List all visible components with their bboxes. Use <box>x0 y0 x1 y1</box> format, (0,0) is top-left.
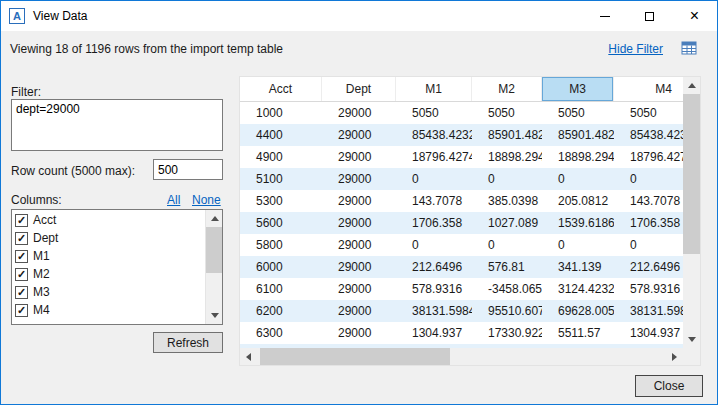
select-none-link[interactable]: None <box>192 193 221 207</box>
listbox-scroll-thumb[interactable] <box>206 227 222 273</box>
table-cell[interactable]: 205.0812 <box>542 194 614 208</box>
table-cell[interactable]: 5600 <box>240 216 322 230</box>
table-cell[interactable]: 212.6496 <box>614 260 683 274</box>
column-checkbox-item[interactable]: ✓M1 <box>12 247 205 265</box>
column-checkbox-item[interactable]: ✓Acct <box>12 211 205 229</box>
table-row[interactable]: 44002900085438.423285901.482885901.48288… <box>240 124 683 146</box>
table-cell[interactable]: 18796.4274 <box>614 150 683 164</box>
listbox-scroll-up-arrow[interactable] <box>206 210 223 227</box>
titlebar[interactable]: A View Data × <box>1 1 717 31</box>
table-cell[interactable]: 0 <box>542 238 614 252</box>
table-cell[interactable]: 18898.2948 <box>472 150 542 164</box>
table-cell[interactable]: 69628.005 <box>542 304 614 318</box>
table-row[interactable]: 5600290001706.3581027.0891539.61861706.3… <box>240 212 683 234</box>
table-cell[interactable]: 85901.4828 <box>472 128 542 142</box>
column-checkbox-item[interactable]: ✓M2 <box>12 265 205 283</box>
table-cell[interactable]: 212.6496 <box>396 260 472 274</box>
checkbox-icon[interactable]: ✓ <box>15 286 28 299</box>
filter-input[interactable]: dept=29000 <box>11 99 223 151</box>
grid-header-m3[interactable]: M3 <box>542 77 614 101</box>
table-cell[interactable]: 5050 <box>542 106 614 120</box>
table-cell[interactable]: 1706.358 <box>396 216 472 230</box>
table-row[interactable]: 49002900018796.427418898.294818898.29481… <box>240 146 683 168</box>
table-cell[interactable]: 5300 <box>240 194 322 208</box>
column-checkbox-item[interactable]: ✓M3 <box>12 283 205 301</box>
table-cell[interactable]: 38131.5984 <box>614 304 683 318</box>
table-cell[interactable]: 4900 <box>240 150 322 164</box>
table-grid-icon[interactable] <box>681 40 697 56</box>
table-cell[interactable]: 341.139 <box>542 260 614 274</box>
table-cell[interactable]: 0 <box>396 238 472 252</box>
table-cell[interactable]: 29000 <box>322 194 396 208</box>
table-cell[interactable]: 4400 <box>240 128 322 142</box>
table-cell[interactable]: 385.0398 <box>472 194 542 208</box>
table-row[interactable]: 5800290000000 <box>240 234 683 256</box>
checkbox-icon[interactable]: ✓ <box>15 232 28 245</box>
checkbox-icon[interactable]: ✓ <box>15 268 28 281</box>
table-cell[interactable]: 3124.4232 <box>542 282 614 296</box>
table-cell[interactable]: 6100 <box>240 282 322 296</box>
scroll-left-arrow[interactable] <box>240 348 257 365</box>
table-cell[interactable]: 1000 <box>240 106 322 120</box>
table-cell[interactable]: 38131.5984 <box>396 304 472 318</box>
table-cell[interactable]: 5050 <box>396 106 472 120</box>
vertical-scroll-thumb[interactable] <box>683 94 700 254</box>
horizontal-scroll-thumb[interactable] <box>260 348 450 365</box>
table-cell[interactable]: 1304.937 <box>614 326 683 340</box>
scroll-up-arrow[interactable] <box>683 77 700 94</box>
checkbox-icon[interactable]: ✓ <box>15 214 28 227</box>
column-checkbox-item[interactable]: ✓M4 <box>12 301 205 319</box>
table-cell[interactable]: 6200 <box>240 304 322 318</box>
table-cell[interactable]: 29000 <box>322 128 396 142</box>
table-row[interactable]: 1000290005050505050505050 <box>240 102 683 124</box>
table-cell[interactable]: 29000 <box>322 282 396 296</box>
refresh-button[interactable]: Refresh <box>153 332 223 353</box>
close-window-button[interactable]: × <box>672 1 717 31</box>
table-cell[interactable]: 6000 <box>240 260 322 274</box>
table-row[interactable]: 62002900038131.598495510.60769628.005381… <box>240 300 683 322</box>
table-cell[interactable]: 18796.4274 <box>396 150 472 164</box>
grid-header-m4[interactable]: M4 <box>614 77 683 101</box>
table-cell[interactable]: 6300 <box>240 326 322 340</box>
table-cell[interactable]: 17330.922 <box>472 326 542 340</box>
table-cell[interactable]: 1539.6186 <box>542 216 614 230</box>
table-cell[interactable]: 1706.358 <box>614 216 683 230</box>
hide-filter-link[interactable]: Hide Filter <box>608 42 663 56</box>
table-cell[interactable]: 143.7078 <box>396 194 472 208</box>
checkbox-icon[interactable]: ✓ <box>15 250 28 263</box>
table-cell[interactable]: 0 <box>614 238 683 252</box>
table-cell[interactable]: 1304.937 <box>396 326 472 340</box>
grid-header-m1[interactable]: M1 <box>396 77 472 101</box>
table-cell[interactable]: 0 <box>472 172 542 186</box>
table-cell[interactable]: 29000 <box>322 326 396 340</box>
close-button[interactable]: Close <box>635 375 703 397</box>
table-cell[interactable]: 0 <box>542 172 614 186</box>
table-cell[interactable]: -3458.0652 <box>472 282 542 296</box>
columns-listbox[interactable]: ✓Acct✓Dept✓M1✓M2✓M3✓M4 <box>11 209 223 325</box>
table-cell[interactable]: 29000 <box>322 172 396 186</box>
table-cell[interactable]: 143.7078 <box>614 194 683 208</box>
table-cell[interactable]: 29000 <box>322 238 396 252</box>
listbox-vertical-scrollbar[interactable] <box>205 210 222 324</box>
table-cell[interactable]: 85438.4232 <box>396 128 472 142</box>
table-cell[interactable]: 0 <box>472 238 542 252</box>
row-count-input[interactable] <box>153 159 223 180</box>
table-cell[interactable]: 0 <box>396 172 472 186</box>
table-cell[interactable]: 1027.089 <box>472 216 542 230</box>
table-cell[interactable]: 85438.4232 <box>614 128 683 142</box>
table-cell[interactable]: 578.9316 <box>614 282 683 296</box>
table-cell[interactable]: 5100 <box>240 172 322 186</box>
grid-header-m2[interactable]: M2 <box>472 77 542 101</box>
select-all-link[interactable]: All <box>167 193 180 207</box>
checkbox-icon[interactable]: ✓ <box>15 304 28 317</box>
scroll-down-arrow[interactable] <box>683 331 700 348</box>
table-cell[interactable]: 576.81 <box>472 260 542 274</box>
table-cell[interactable]: 18898.2948 <box>542 150 614 164</box>
grid-header-dept[interactable]: Dept <box>322 77 396 101</box>
table-cell[interactable]: 5050 <box>614 106 683 120</box>
table-row[interactable]: 5100290000000 <box>240 168 683 190</box>
minimize-button[interactable] <box>582 1 627 31</box>
table-cell[interactable]: 0 <box>614 172 683 186</box>
table-cell[interactable]: 29000 <box>322 150 396 164</box>
vertical-scrollbar[interactable] <box>683 77 700 348</box>
